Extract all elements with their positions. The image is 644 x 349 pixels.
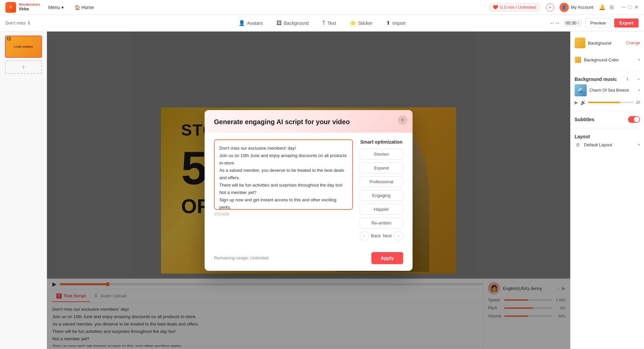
sticker-icon: ⭐ — [350, 20, 356, 26]
dont-miss-icon: ℹ — [28, 20, 30, 26]
logo-icon: V — [5, 2, 16, 13]
info-icon[interactable]: ℹ — [627, 77, 628, 82]
top-right: ❤️ 0.5 min / Unlimited + 👤 My Account 🔔 … — [488, 3, 639, 12]
text-button[interactable]: T Text — [315, 17, 342, 29]
layout-label: Layout — [575, 134, 590, 139]
happier-button[interactable]: Happier — [360, 204, 403, 215]
import-icon: ⬆ — [386, 20, 390, 26]
modal-title: Generate engaging AI script for your vid… — [214, 118, 403, 126]
shorten-button[interactable]: Shorten — [360, 149, 403, 160]
music-controls: ▶ 🔊 20 — [575, 100, 640, 105]
import-label: Import — [392, 20, 406, 26]
layout-icon: ⊞ — [575, 141, 581, 148]
background-item[interactable]: Background Change — [575, 36, 640, 50]
slide-1-number: 1 — [7, 37, 11, 41]
undo-icon[interactable]: ↩ — [550, 20, 554, 26]
canvas-area: STORE MEMBER DAY 50% OFF Generate engagi… — [47, 32, 570, 349]
toggle-circle — [634, 117, 639, 122]
toolbar-right: ↩ ↪ 00:30 ℹ Preview Export — [550, 18, 639, 28]
right-panel: Background Change Background Color ▾ Bac… — [570, 32, 644, 349]
home-icon: 🏠 — [74, 5, 80, 10]
music-play-icon[interactable]: ▶ — [575, 100, 578, 105]
settings-icon[interactable]: 🔔 — [599, 4, 605, 10]
menu-button[interactable]: Menu ▾ — [46, 3, 66, 11]
slide-1[interactable]: STORE MEMBER 1 — [5, 36, 42, 58]
my-account-label: My Account — [571, 5, 593, 10]
minimize-icon[interactable]: ─ — [622, 4, 626, 10]
modal-overlay: Generate engaging AI script for your vid… — [47, 32, 570, 349]
music-dropdown-icon[interactable]: ▾ — [638, 88, 640, 93]
sticker-label: Sticker — [358, 20, 373, 26]
redo-icon[interactable]: ↪ — [555, 20, 559, 26]
toolbar: Don't miss ℹ 👤 Avatars 🖼 Background T Te… — [0, 15, 644, 32]
top-bar: V Wondershare Virbo Menu ▾ 🏠 Home ❤️ 0.5… — [0, 0, 644, 15]
divider-3 — [575, 128, 640, 129]
music-item: 🌊 Charm Of Sea Breeze ▾ — [575, 82, 640, 98]
modal-header: Generate engaging AI script for your vid… — [205, 110, 413, 133]
expand-button[interactable]: Expand — [360, 162, 403, 173]
background-label: Background — [284, 20, 309, 26]
app-name: Wondershare Virbo — [19, 3, 40, 11]
background-color-icon — [575, 56, 581, 63]
collapse-icon[interactable]: − — [637, 76, 640, 82]
background-button[interactable]: 🖼 Background — [270, 17, 316, 29]
background-item-label: Background — [588, 41, 623, 46]
import-button[interactable]: ⬆ Import — [379, 17, 413, 29]
remaining-usage: Remaining usage: Unlimited — [214, 255, 269, 260]
script-textarea[interactable]: Don't miss our exclusive members' day! J… — [214, 139, 353, 210]
back-button[interactable]: ‹ — [360, 231, 369, 241]
avatar: 👤 — [559, 3, 569, 12]
layout-section-title: Layout — [575, 134, 640, 139]
preview-button[interactable]: Preview — [585, 18, 611, 28]
menu-chevron-icon: ▾ — [61, 5, 64, 10]
time-value: 00:30 — [566, 20, 577, 26]
rewritten-button[interactable]: Re-written — [360, 217, 403, 229]
home-button[interactable]: 🏠 Home — [72, 3, 97, 11]
apply-button[interactable]: Apply — [371, 252, 403, 264]
volume-icon[interactable]: 🔊 — [580, 100, 586, 105]
sticker-button[interactable]: ⭐ Sticker — [343, 17, 379, 29]
background-icon: 🖼 — [276, 20, 282, 26]
professional-button[interactable]: Professional — [360, 176, 403, 187]
background-color-row[interactable]: Background Color ▾ — [575, 54, 640, 65]
export-button[interactable]: Export — [614, 18, 639, 28]
credit-icon: ❤️ — [493, 5, 498, 10]
modal-close-button[interactable]: × — [398, 115, 407, 125]
smart-optimization-panel: Smart optimization Shorten Expand Profes… — [360, 139, 403, 241]
back-label[interactable]: Back — [371, 233, 381, 238]
credit-text: 0.5 min / Unlimited — [500, 5, 536, 10]
engaging-button[interactable]: Engaging — [360, 190, 403, 201]
layout-section: Layout ⊞ Default Layout ▾ — [575, 134, 640, 150]
time-display: 00:30 ℹ — [563, 19, 582, 27]
layout-item[interactable]: ⊞ Default Layout ▾ — [575, 139, 640, 150]
next-button[interactable]: › — [394, 231, 403, 241]
subtitles-label: Subtitles — [575, 117, 594, 122]
maximize-icon[interactable]: □ — [628, 4, 632, 10]
music-thumbnail: 🌊 — [575, 84, 587, 96]
volume-fill — [588, 102, 620, 103]
layout-dropdown-icon: ▾ — [638, 142, 640, 147]
undo-redo: ↩ ↪ — [550, 20, 559, 26]
subtitles-section: Subtitles — [575, 116, 640, 123]
music-section: Background music ℹ − 🌊 Charm Of Sea Bree… — [575, 76, 640, 105]
background-color-label: Background Color — [584, 57, 635, 62]
slides-panel: STORE MEMBER 1 + — [0, 32, 47, 349]
smart-optimization-title: Smart optimization — [360, 139, 403, 145]
subtitles-row: Subtitles — [575, 116, 640, 123]
credit-badge: ❤️ 0.5 min / Unlimited — [488, 3, 541, 11]
close-icon[interactable]: ✕ — [634, 4, 639, 10]
avatars-button[interactable]: 👤 Avatars — [232, 17, 270, 29]
my-account-button[interactable]: 👤 My Account — [559, 3, 593, 12]
grid-icon[interactable]: ⊞ — [609, 4, 614, 10]
change-button[interactable]: Change — [626, 41, 640, 45]
add-slide-button[interactable]: + — [5, 60, 42, 74]
layout-name: Default Layout — [584, 142, 635, 147]
avatars-icon: 👤 — [238, 20, 245, 26]
subtitles-toggle[interactable] — [628, 116, 640, 123]
volume-slider[interactable] — [588, 102, 634, 103]
ai-script-modal: Generate engaging AI script for your vid… — [205, 110, 413, 271]
text-icon: T — [322, 20, 325, 26]
add-credit-button[interactable]: + — [546, 3, 554, 11]
divider-1 — [575, 70, 640, 71]
next-label[interactable]: Next — [383, 233, 392, 238]
